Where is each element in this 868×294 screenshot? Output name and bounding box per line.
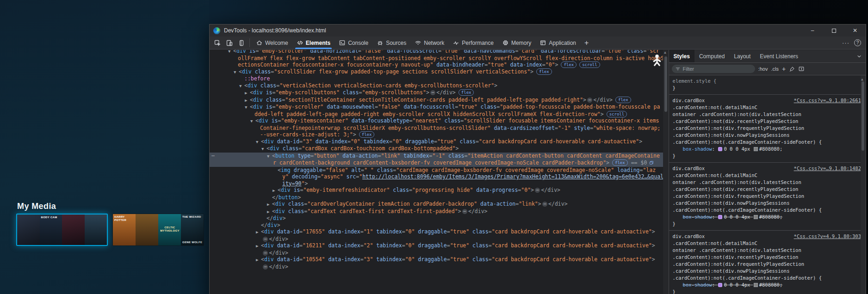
collapsed-content-ellipsis[interactable]: ⋯ (263, 251, 268, 256)
dom-tree-row[interactable]: Container-finepointerwrap scrollSliderX … (210, 125, 669, 132)
css-declaration[interactable]: box-shadow: 0 0 0 4px #808080; (673, 282, 861, 288)
more-options-kebab-icon[interactable]: ··· (838, 39, 853, 46)
close-button[interactable]: ✕ (844, 24, 866, 37)
sidebar-tab-computed[interactable]: Computed (694, 50, 729, 62)
device-toolbar-icon[interactable] (223, 37, 236, 49)
color-swatch[interactable] (754, 283, 758, 287)
css-rule-block[interactable]: div.cardBox*Css.css?v=…9.1.80:1482.cardC… (669, 163, 866, 231)
dom-tree-row[interactable]: ▼<div is="emby-scroller" data-mousewheel… (210, 104, 669, 111)
devtools-scroll-badge[interactable]: scroll (579, 61, 600, 68)
shadow-editor-icon[interactable] (718, 147, 722, 151)
color-swatch[interactable] (754, 147, 758, 151)
chevron-down-icon[interactable] (853, 50, 866, 62)
dom-tree-row[interactable]: y" decoding="async" src="http://localhos… (210, 173, 669, 180)
styles-filter-input[interactable]: Filter (672, 65, 755, 73)
css-declaration[interactable]: box-shadow: 0 0 0 4px #808080; (673, 214, 861, 220)
dom-tree-row[interactable]: ▼<div is="emby-itemscontainer" data-focu… (210, 117, 669, 125)
collapsed-content-ellipsis[interactable]: ⋯ (535, 188, 540, 193)
devtools-flex-badge[interactable]: flex (459, 89, 474, 96)
dom-tree-row[interactable]: ectionsContainer focuscontainer-x focusc… (210, 61, 669, 68)
focus-page-icon[interactable] (236, 37, 248, 49)
my-media-heading[interactable]: My Media (17, 202, 56, 211)
sidebar-tab-layout[interactable]: Layout (729, 50, 755, 62)
collapsed-content-ellipsis[interactable]: ⋯ (430, 90, 435, 95)
add-tab-button[interactable]: + (580, 37, 593, 49)
css-rule-block[interactable]: div.cardBox*Css.css?v=4.9.1.80:303.cardC… (669, 231, 866, 294)
collapsed-content-ellipsis[interactable]: ⋯ (263, 264, 268, 270)
shadow-editor-icon[interactable] (718, 283, 722, 287)
dom-tree-row[interactable]: </div> (210, 222, 669, 229)
dom-tree-row[interactable]: ▼<div is="emby-scroller" data-horizontal… (210, 50, 669, 55)
image-src-link[interactable]: ity=90 (282, 180, 302, 187)
devtools-scroll-badge[interactable]: scroll (607, 111, 627, 117)
dom-tree-row[interactable]: ⋯▼<button type="button" data-action="lin… (210, 153, 669, 160)
dom-tree-row[interactable]: ▼<div class="verticalSection verticalSec… (210, 82, 669, 90)
dom-tree-row[interactable]: <img draggable="false" alt=" " class="ca… (210, 167, 669, 174)
media-card-movies[interactable]: BODY CAM (16, 214, 108, 246)
dom-tree-row[interactable]: </button> (210, 194, 669, 201)
collapsed-content-ellipsis[interactable]: ⋯ (462, 209, 467, 214)
devtools-flex-badge[interactable]: flex (536, 68, 552, 75)
sidebar-tab-styles[interactable]: Styles (669, 50, 694, 62)
dom-tree-row[interactable]: ::before (210, 75, 669, 82)
dom-tree-row[interactable]: ity=90"> (210, 180, 669, 187)
devtools-flex-badge[interactable]: flex (359, 131, 375, 138)
collapsed-content-ellipsis[interactable]: ⋯ (263, 237, 268, 242)
collapsed-content-ellipsis[interactable]: ⋯ (587, 98, 592, 103)
tab-performance[interactable]: Performance (448, 37, 498, 49)
tab-elements[interactable]: Elements (292, 37, 335, 49)
scrollbar-thumb[interactable] (862, 81, 864, 151)
color-swatch[interactable] (754, 215, 758, 219)
devtools-flex-badge[interactable]: flex (615, 97, 631, 103)
stylesheet-link[interactable]: *Css.css?v=…9.1.80:2661 (794, 97, 861, 104)
sidebar-tab-event-listeners[interactable]: Event Listeners (755, 50, 803, 62)
row-menu-ellipsis[interactable]: ⋯ (211, 153, 214, 159)
pseudo-state-hov-button[interactable]: :hov (758, 66, 768, 72)
maximize-button[interactable] (823, 24, 844, 37)
brush-icon[interactable] (789, 66, 795, 72)
elements-scrollbar[interactable]: ▲ (663, 50, 669, 294)
dom-tree-row[interactable]: ▶<div class="cardOverlayContainer itemAc… (210, 201, 669, 208)
stylesheet-link[interactable]: *Css.css?v=…9.1.80:1482 (794, 165, 861, 172)
tab-welcome[interactable]: Welcome (252, 37, 292, 49)
dom-tree-row[interactable]: ollFrameY flex flex-grow tabContent tabC… (210, 55, 669, 62)
devtools-flex-badge[interactable]: flex (612, 159, 628, 166)
dom-tree-row[interactable]: ▶<div is="emby-scrollbuttons" class="emb… (210, 89, 669, 97)
css-declaration[interactable]: box-shadow: 0 0 0 4px #808080; (673, 146, 861, 153)
dom-tree-row[interactable]: ▼<div class="cardBox cardBox-touchzoom c… (210, 145, 669, 153)
tab-application[interactable]: Application (535, 37, 580, 49)
minimize-button[interactable]: – (802, 24, 823, 37)
help-icon[interactable]: ? (854, 39, 861, 46)
dom-tree-row[interactable]: ▼<div class="scrollSlider flex-grow padd… (210, 68, 669, 76)
styles-scrollbar[interactable]: ▲ (861, 75, 866, 294)
dom-tree-row[interactable]: ▶<div class="sectionTitleContainer secti… (210, 97, 669, 104)
copy-icon[interactable] (649, 160, 654, 167)
media-card-books[interactable]: HARRY POTTER CELTIC MYTHOLOGY THE WIZARD… (112, 214, 204, 246)
dom-tree-row[interactable]: ⋯</div> (210, 263, 669, 270)
inspect-icon[interactable] (211, 37, 223, 49)
dom-tree-row[interactable]: ▶<div is="emby-itemrefreshindicator" cla… (210, 187, 669, 194)
tab-network[interactable]: Network (410, 37, 448, 49)
new-style-rule-button[interactable]: + (782, 67, 786, 71)
dom-tree-row[interactable]: ▶<div data-id="10554" data-index="3" tab… (210, 256, 669, 263)
tab-sources[interactable]: Sources (372, 37, 410, 49)
dom-tree-row[interactable]: </div> (210, 215, 669, 222)
dom-tree-row[interactable]: ▼<div data-id="3" data-index="0" tabinde… (210, 138, 669, 146)
dom-tree-row[interactable]: ▶<div class="cardText cardText-first car… (210, 208, 669, 215)
dom-tree-row[interactable]: ▶<div data-id="16211" data-index="2" tab… (210, 242, 669, 250)
collapsed-content-ellipsis[interactable]: ⋯ (542, 202, 547, 207)
tab-console[interactable]: Console (335, 37, 372, 49)
image-src-link[interactable]: http://localhost:8096/emby/Items/3/Image… (362, 173, 663, 180)
stylesheet-link[interactable]: *Css.css?v=4.9.1.80:303 (794, 233, 861, 240)
dom-tree-row[interactable]: ▶<div data-id="17655" data-index="1" tab… (210, 228, 669, 236)
devtools-flex-badge[interactable]: flex (561, 61, 577, 68)
dom-tree-row[interactable]: r cardContent-background cardContent-bxs… (210, 159, 669, 167)
css-rule-block[interactable]: div.cardBox*Css.css?v=…9.1.80:2661.cardC… (669, 95, 866, 163)
dom-tree-row[interactable]: dded-left padded-left-page padded-right … (210, 111, 669, 118)
tab-memory[interactable]: Memory (498, 37, 535, 49)
dom-tree-row[interactable]: ⋯</div> (210, 250, 669, 257)
computed-pane-toggle-icon[interactable] (798, 66, 805, 72)
dom-tree-row[interactable]: ⋯</div> (210, 236, 669, 243)
shadow-editor-icon[interactable] (718, 215, 722, 219)
element-classes-cls-button[interactable]: .cls (771, 66, 779, 72)
